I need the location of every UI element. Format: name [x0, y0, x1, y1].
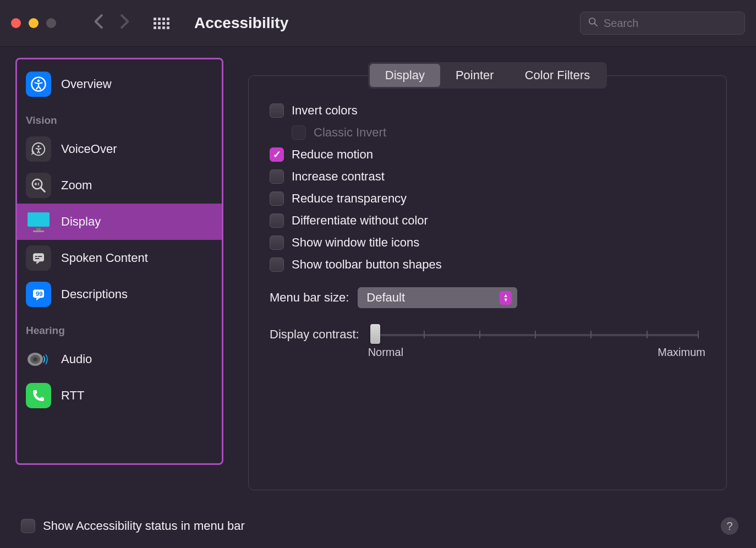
close-window-button[interactable]	[11, 18, 21, 28]
tab-pointer[interactable]: Pointer	[440, 64, 510, 87]
svg-rect-8	[28, 212, 50, 227]
sidebar-item-spoken-content[interactable]: Spoken Content	[17, 240, 222, 276]
display-contrast-label: Display contrast:	[270, 327, 359, 342]
invert-colors-checkbox[interactable]	[270, 103, 284, 118]
checkbox-label: Invert colors	[292, 103, 358, 118]
sidebar-item-display[interactable]: Display	[17, 204, 222, 240]
svg-point-5	[37, 145, 40, 147]
differentiate-without-color-checkbox[interactable]	[270, 213, 284, 228]
voiceover-icon	[26, 136, 51, 162]
sidebar-item-rtt[interactable]: RTT	[17, 377, 222, 414]
checkbox-row-show-toolbar-button-shapes: Show toolbar button shapes	[270, 257, 705, 272]
checkbox-label: Classic Invert	[314, 125, 386, 140]
svg-point-3	[37, 80, 40, 83]
checkbox-label: Show toolbar button shapes	[292, 257, 442, 272]
tab-color-filters[interactable]: Color Filters	[510, 64, 606, 87]
accessibility-window: Accessibility Overview Vision VoiceOver	[0, 0, 756, 548]
checkbox-label: Differentiate without color	[292, 213, 428, 228]
sidebar-item-overview[interactable]: Overview	[17, 66, 222, 102]
checkbox-label: Show window title icons	[292, 235, 419, 250]
svg-point-0	[589, 18, 595, 24]
menu-bar-size-select[interactable]: Default ▲▼	[358, 287, 517, 308]
chevron-right-icon	[120, 14, 129, 29]
sidebar-item-audio[interactable]: Audio	[17, 341, 222, 377]
menu-bar-size-label: Menu bar size:	[270, 291, 349, 305]
select-arrows-icon: ▲▼	[500, 291, 512, 305]
help-button[interactable]: ?	[721, 517, 738, 535]
svg-rect-10	[33, 231, 44, 232]
forward-button[interactable]	[120, 14, 129, 32]
sidebar-item-descriptions[interactable]: 99 Descriptions	[17, 276, 222, 313]
page-title: Accessibility	[194, 14, 288, 32]
sidebar-item-zoom[interactable]: Zoom	[17, 167, 222, 204]
sidebar: Overview Vision VoiceOver Zoom Displa	[15, 58, 223, 465]
section-header-hearing: Hearing	[17, 313, 222, 341]
checkbox-row-reduce-transparency: Reduce transparency	[270, 191, 705, 206]
back-button[interactable]	[95, 14, 103, 32]
accessibility-icon	[26, 72, 51, 97]
sidebar-item-label: Zoom	[61, 178, 92, 193]
checkbox-row-classic-invert: Classic Invert	[292, 125, 705, 140]
chevron-left-icon	[95, 14, 103, 29]
sidebar-item-voiceover[interactable]: VoiceOver	[17, 131, 222, 167]
sidebar-item-label: VoiceOver	[61, 142, 117, 156]
tab-display[interactable]: Display	[370, 64, 440, 87]
checkbox-label: Reduce transparency	[292, 191, 407, 206]
sidebar-item-label: Overview	[61, 77, 112, 91]
svg-rect-12	[35, 256, 37, 257]
checkbox-label: Increase contrast	[292, 169, 385, 184]
checkbox-row-differentiate-without-color: Differentiate without color	[270, 213, 705, 228]
svg-rect-14	[35, 258, 40, 259]
descriptions-icon: 99	[26, 282, 51, 307]
svg-rect-13	[38, 256, 42, 257]
section-header-vision: Vision	[17, 102, 222, 131]
svg-line-1	[595, 23, 598, 26]
select-value: Default	[366, 291, 405, 305]
sidebar-item-label: Audio	[61, 352, 92, 366]
show-toolbar-button-shapes-checkbox[interactable]	[270, 257, 284, 272]
traffic-lights	[11, 18, 56, 28]
checkbox-label: Reduce motion	[292, 147, 373, 162]
search-icon	[588, 17, 598, 30]
sidebar-item-label: RTT	[61, 388, 84, 403]
menu-bar-size-row: Menu bar size: Default ▲▼	[270, 287, 705, 308]
slider-min-label: Normal	[368, 346, 403, 359]
audio-icon	[26, 347, 51, 372]
checkbox-row-show-window-title-icons: Show window title icons	[270, 235, 705, 250]
display-contrast-row: Display contrast:	[270, 327, 705, 359]
svg-point-19	[33, 358, 37, 361]
show-accessibility-status-checkbox[interactable]	[21, 519, 35, 533]
search-box[interactable]	[580, 12, 745, 35]
tabs: Display Pointer Color Filters	[234, 62, 741, 89]
footer: Show Accessibility status in menu bar ?	[0, 509, 756, 548]
sidebar-item-label: Descriptions	[61, 287, 128, 302]
slider-max-label: Maximum	[658, 346, 705, 359]
nav-buttons	[95, 14, 129, 32]
increase-contrast-checkbox[interactable]	[270, 169, 284, 184]
footer-label: Show Accessibility status in menu bar	[43, 519, 245, 533]
show-window-title-icons-checkbox[interactable]	[270, 235, 284, 250]
zoom-icon	[26, 173, 51, 198]
display-settings-panel: Invert colors Classic Invert Reduce moti…	[248, 75, 727, 490]
titlebar: Accessibility	[0, 0, 756, 47]
slider-thumb[interactable]	[370, 324, 380, 344]
spoken-content-icon	[26, 245, 51, 271]
svg-rect-11	[33, 253, 44, 261]
reduce-motion-checkbox[interactable]	[270, 147, 284, 162]
search-input[interactable]	[604, 17, 743, 30]
reduce-transparency-checkbox[interactable]	[270, 191, 284, 206]
display-contrast-slider[interactable]	[368, 332, 705, 337]
sidebar-item-label: Spoken Content	[61, 251, 148, 265]
maximize-window-button[interactable]	[46, 18, 56, 28]
help-icon: ?	[726, 520, 732, 533]
checkbox-row-reduce-motion: Reduce motion	[270, 147, 705, 162]
classic-invert-checkbox	[292, 125, 306, 140]
svg-line-7	[41, 188, 45, 192]
display-icon	[26, 209, 51, 234]
rtt-icon	[26, 383, 51, 408]
svg-text:99: 99	[36, 291, 43, 297]
main-panel: Display Pointer Color Filters Invert col…	[234, 58, 741, 504]
checkbox-row-invert-colors: Invert colors	[270, 103, 705, 118]
minimize-window-button[interactable]	[29, 18, 39, 28]
show-all-preferences-button[interactable]	[154, 18, 169, 29]
